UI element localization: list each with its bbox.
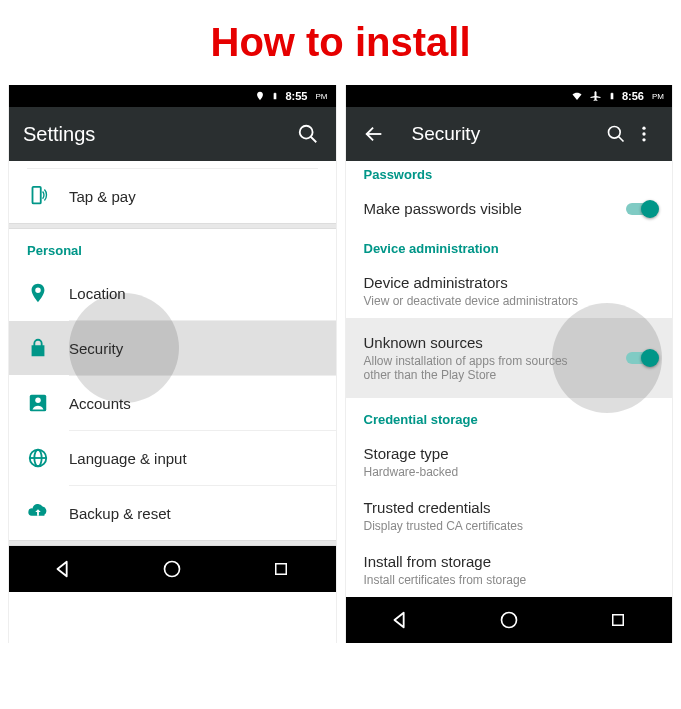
svg-rect-17: [612, 615, 623, 626]
more-icon: [634, 124, 654, 144]
svg-rect-2: [33, 187, 41, 204]
item-title: Unknown sources: [364, 334, 655, 351]
item-make-passwords-visible[interactable]: Make passwords visible: [346, 190, 673, 227]
item-unknown-sources[interactable]: Unknown sources Allow installation of ap…: [346, 318, 673, 398]
section-device-admin: Device administration: [346, 227, 673, 264]
svg-point-8: [165, 562, 180, 577]
item-label: Accounts: [69, 395, 131, 412]
location-status-icon: [255, 91, 265, 101]
item-subtitle: Display trusted CA certificates: [364, 519, 594, 533]
home-icon: [499, 610, 519, 630]
item-accounts[interactable]: Accounts: [9, 376, 336, 430]
search-button[interactable]: [602, 120, 630, 148]
item-label: Tap & pay: [69, 188, 136, 205]
location-icon: [27, 282, 49, 304]
item-subtitle: View or deactivate device administrators: [364, 294, 594, 308]
item-subtitle: Hardware-backed: [364, 465, 594, 479]
section-passwords: Passwords: [346, 161, 673, 190]
recent-icon: [272, 560, 290, 578]
item-install-from-storage[interactable]: Install from storage Install certificate…: [346, 543, 673, 597]
item-title: Device administrators: [364, 274, 655, 291]
nav-bar: [9, 546, 336, 592]
svg-line-1: [310, 137, 316, 143]
svg-point-0: [299, 126, 312, 139]
search-icon: [297, 123, 319, 145]
section-personal: Personal: [9, 229, 336, 266]
nav-home[interactable]: [142, 546, 202, 592]
status-ampm: PM: [316, 92, 328, 101]
item-security[interactable]: Security: [9, 321, 336, 375]
item-subtitle: Install certificates from storage: [364, 573, 594, 587]
item-title: Make passwords visible: [364, 200, 655, 217]
item-backup[interactable]: Backup & reset: [9, 486, 336, 540]
lock-icon: [27, 337, 49, 359]
app-bar-title: Security: [412, 123, 603, 145]
status-time: 8:55: [285, 90, 307, 102]
status-ampm: PM: [652, 92, 664, 101]
search-button[interactable]: [294, 120, 322, 148]
svg-line-12: [619, 137, 624, 142]
item-title: Install from storage: [364, 553, 655, 570]
status-time: 8:56: [622, 90, 644, 102]
svg-point-13: [642, 127, 645, 130]
svg-point-14: [642, 132, 645, 135]
item-subtitle: Allow installation of apps from sources …: [364, 354, 594, 382]
phones-container: 8:55PM Settings Tap & pay Personal Locat…: [0, 85, 681, 643]
arrow-back-icon: [363, 123, 385, 145]
search-icon: [606, 124, 626, 144]
phone-nfc-icon: [27, 185, 49, 207]
back-icon: [389, 609, 411, 631]
item-label: Security: [69, 340, 123, 357]
status-bar: 8:56PM: [346, 85, 673, 107]
home-icon: [162, 559, 182, 579]
nav-recent[interactable]: [251, 546, 311, 592]
back-button[interactable]: [360, 120, 388, 148]
item-title: Trusted credentials: [364, 499, 655, 516]
recent-icon: [609, 611, 627, 629]
nav-back[interactable]: [370, 597, 430, 643]
app-bar-title: Settings: [23, 123, 294, 146]
account-icon: [27, 392, 49, 414]
phone-left: 8:55PM Settings Tap & pay Personal Locat…: [8, 85, 337, 643]
status-bar: 8:55PM: [9, 85, 336, 107]
item-label: Language & input: [69, 450, 187, 467]
toggle-unknown-sources[interactable]: [626, 352, 656, 364]
toggle-passwords[interactable]: [626, 203, 656, 215]
svg-point-11: [609, 127, 621, 139]
wifi-icon: [570, 90, 584, 102]
overflow-button[interactable]: [630, 120, 658, 148]
svg-point-4: [35, 398, 41, 404]
item-language[interactable]: Language & input: [9, 431, 336, 485]
back-icon: [52, 558, 74, 580]
item-tap-pay[interactable]: Tap & pay: [9, 169, 336, 223]
svg-point-15: [642, 138, 645, 141]
phone-right: 8:56PM Security Passwords Make passwords…: [345, 85, 674, 643]
item-storage-type[interactable]: Storage type Hardware-backed: [346, 435, 673, 489]
page-title: How to install: [0, 0, 681, 85]
svg-point-16: [501, 613, 516, 628]
app-bar: Security: [346, 107, 673, 161]
nav-bar: [346, 597, 673, 643]
nav-back[interactable]: [33, 546, 93, 592]
nav-recent[interactable]: [588, 597, 648, 643]
app-bar: Settings: [9, 107, 336, 161]
airplane-icon: [590, 90, 602, 102]
backup-icon: [27, 502, 49, 524]
svg-rect-9: [276, 564, 287, 575]
item-location[interactable]: Location: [9, 266, 336, 320]
item-title: Storage type: [364, 445, 655, 462]
item-label: Backup & reset: [69, 505, 171, 522]
globe-icon: [27, 447, 49, 469]
item-trusted-credentials[interactable]: Trusted credentials Display trusted CA c…: [346, 489, 673, 543]
nav-home[interactable]: [479, 597, 539, 643]
battery-icon: [271, 90, 279, 102]
battery-icon: [608, 90, 616, 102]
